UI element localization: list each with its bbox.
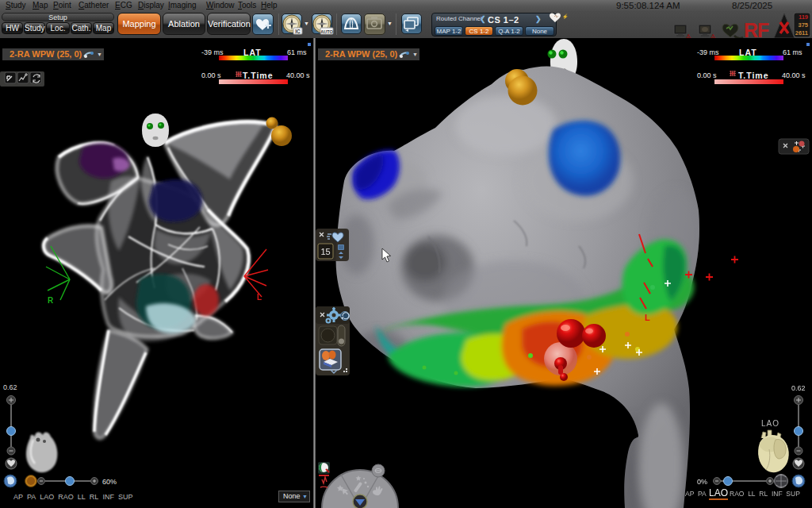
svg-text:119: 119 bbox=[799, 13, 808, 21]
svg-text:RF: RF bbox=[744, 19, 769, 38]
svg-text:60%: 60% bbox=[102, 478, 117, 486]
svg-text:L: L bbox=[257, 293, 262, 302]
svg-text:15: 15 bbox=[320, 247, 330, 256]
svg-text:375: 375 bbox=[798, 21, 808, 29]
svg-text:0.62: 0.62 bbox=[791, 384, 806, 392]
svg-text:0%: 0% bbox=[697, 478, 707, 486]
svg-text:R: R bbox=[48, 296, 54, 305]
svg-text:0.62: 0.62 bbox=[3, 383, 17, 391]
svg-text:2611: 2611 bbox=[795, 29, 808, 37]
svg-text:L: L bbox=[645, 313, 650, 322]
svg-text:⚡: ⚡ bbox=[562, 13, 569, 20]
svg-text:LAO: LAO bbox=[761, 419, 779, 428]
